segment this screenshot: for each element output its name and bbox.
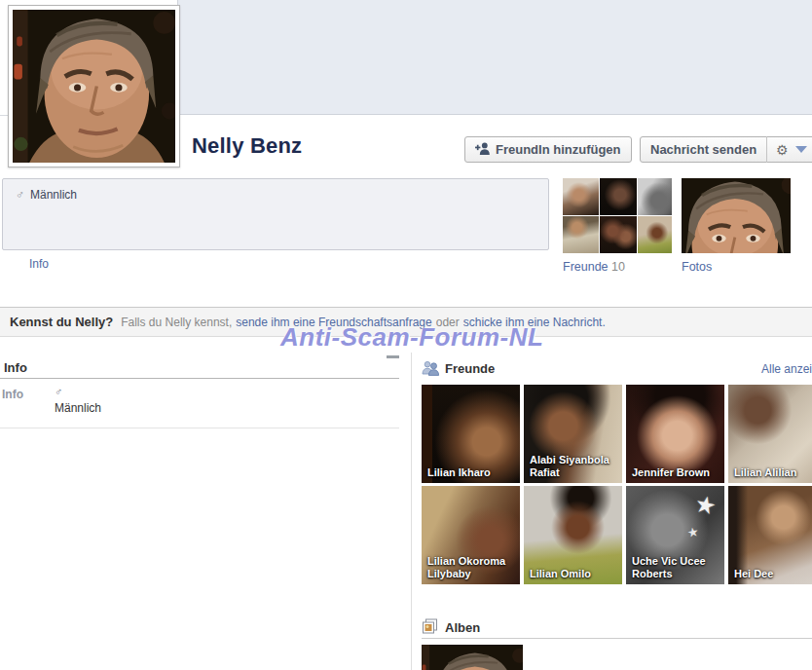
two-people-icon: [422, 360, 440, 380]
photos-box-thumbnail[interactable]: [682, 178, 791, 253]
friend-name: Lilian Ikharo: [427, 466, 517, 479]
friend-card[interactable]: Lilian Ikharo: [422, 385, 520, 483]
friend-card[interactable]: Alabi Siyanbola Rafiat: [524, 385, 622, 483]
friends-box-label: Freunde: [563, 260, 609, 274]
profile-photo[interactable]: [8, 5, 180, 168]
friends-box-link[interactable]: Freunde 10: [563, 260, 625, 274]
albums-header-divider: [422, 638, 812, 639]
gender-label: Männlich: [30, 188, 77, 202]
profile-photo-image: [13, 10, 175, 163]
watermark: Anti-Scam-Forum-NL: [280, 322, 543, 353]
info-tab-link[interactable]: Info: [29, 257, 49, 271]
friend-card[interactable]: Lilian Omilo: [524, 486, 622, 584]
friend-card[interactable]: Lilian Okoroma Lilybaby: [422, 486, 520, 584]
friend-name: Alabi Siyanbola Rafiat: [530, 454, 619, 479]
album-thumbnail-image: [422, 645, 523, 670]
about-box: ♂Männlich: [2, 178, 549, 250]
friends-grid: Lilian IkharoAlabi Siyanbola RafiatJenni…: [422, 385, 812, 584]
male-icon: ♂: [55, 386, 62, 397]
info-header-divider: [0, 378, 399, 379]
friend-name: Uche Vic Ucee Roberts: [632, 555, 721, 580]
friends-collage: [563, 178, 672, 253]
photo-stack-icon: [422, 618, 438, 639]
gender-value: Männlich: [55, 401, 101, 415]
settings-menu-button[interactable]: ⚙: [767, 143, 812, 157]
friend-name: Lilian Alilian: [734, 466, 812, 479]
see-all-friends-link[interactable]: Alle anzeigen: [761, 362, 812, 376]
collage-photo: [600, 178, 637, 215]
friends-count: 10: [611, 260, 625, 274]
albums-section-title: Alben: [445, 620, 480, 635]
friend-name: Jennifer Brown: [632, 466, 721, 479]
gender-item: ♂Männlich: [16, 188, 77, 202]
add-friend-button[interactable]: FreundIn hinzufügen: [464, 136, 632, 163]
banner-prefix: Falls du Nelly kennst,: [121, 316, 232, 329]
friend-card[interactable]: Lilian Alilian: [728, 385, 812, 483]
friend-card[interactable]: Jennifer Brown: [626, 385, 724, 483]
info-row-divider: [0, 428, 399, 428]
banner-question: Kennst du Nelly?: [10, 315, 113, 329]
collage-photo: [638, 216, 672, 253]
section-collapse-dash: [387, 355, 399, 358]
photos-box-link[interactable]: Fotos: [682, 260, 712, 274]
cover-area: [177, 0, 812, 115]
collage-photo: [638, 178, 672, 215]
friend-name: Hei Dee: [734, 568, 812, 580]
collage-photo: [563, 216, 599, 253]
album-thumbnail[interactable]: [422, 645, 523, 670]
friend-card[interactable]: Uche Vic Ucee Roberts: [626, 486, 724, 584]
friend-name: Lilian Omilo: [530, 568, 619, 580]
add-friend-label: FreundIn hinzufügen: [496, 142, 621, 157]
friends-section-title: Freunde: [445, 361, 495, 376]
info-section-title: Info: [4, 360, 27, 375]
male-icon: ♂: [16, 188, 24, 202]
person-plus-icon: [475, 142, 490, 158]
friends-box-thumbnail[interactable]: [563, 178, 672, 253]
gear-icon: ⚙: [776, 143, 789, 157]
column-divider: [411, 353, 412, 670]
collage-photo: [600, 216, 637, 253]
collage-photo: [563, 178, 599, 215]
photos-thumbnail-image: [682, 178, 791, 253]
caret-down-icon: [795, 146, 807, 153]
friend-card[interactable]: Hei Dee: [728, 486, 812, 584]
profile-page: Nelly Benz FreundIn hinzufügen Nachricht…: [0, 0, 812, 670]
message-button-label: Nachricht senden: [650, 142, 757, 157]
info-row-label: Info: [2, 388, 23, 401]
friend-name: Lilian Okoroma Lilybaby: [427, 555, 517, 580]
profile-name: Nelly Benz: [192, 133, 302, 159]
message-button[interactable]: Nachricht senden ⚙: [640, 136, 812, 163]
